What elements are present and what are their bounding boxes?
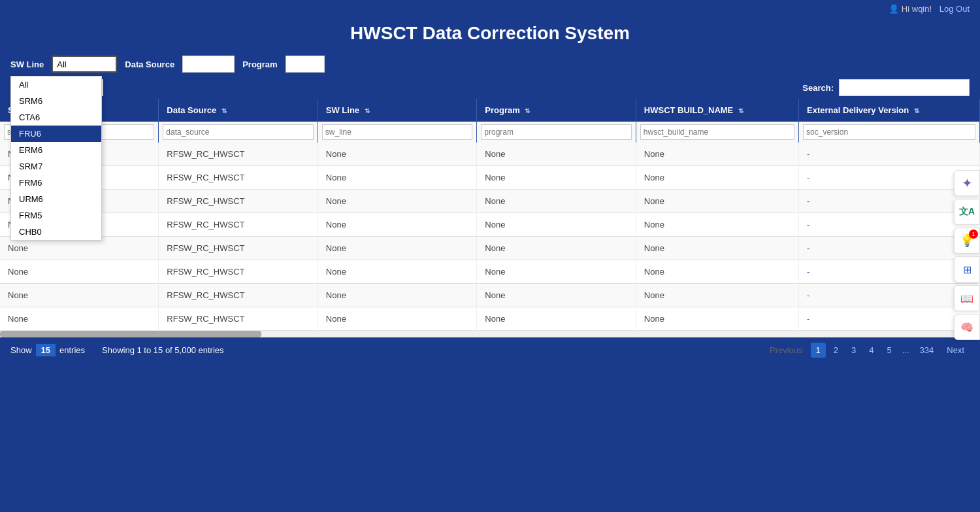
col-header-program[interactable]: Program ⇅ — [477, 99, 636, 122]
dropdown-item[interactable]: CHB0 — [11, 224, 101, 240]
filter-data-source[interactable] — [159, 122, 318, 143]
table-header-row: Start Ti... ⇅ Data Source ⇅ SW Line ⇅ Pr… — [0, 99, 980, 122]
cell-sw-line: None — [318, 213, 477, 237]
cell-data-source: RFSW_RC_HWSCT — [159, 213, 318, 237]
page-4-button[interactable]: 4 — [864, 343, 879, 358]
page-title: HWSCT Data Correction System — [0, 23, 980, 44]
filter-input-sw-line[interactable] — [322, 124, 473, 140]
filter-build-name[interactable] — [636, 122, 798, 143]
cell-program: None — [477, 284, 636, 307]
cell-program: None — [477, 143, 636, 166]
show-entries: Show 15 entries — [10, 344, 85, 356]
table-row: None RFSW_RC_HWSCT None None None - — [0, 284, 980, 307]
dropdown-item[interactable]: FRU6 — [11, 126, 101, 142]
dropdown-item[interactable]: All — [11, 77, 101, 93]
cell-data-source: RFSW_RC_HWSCT — [159, 143, 318, 166]
cell-build-name: None — [636, 166, 798, 190]
filter-input-program[interactable] — [481, 124, 632, 140]
sidebar-tools: ✦ 文A 💡 1 ⊞ 📖 🧠 — [954, 170, 980, 340]
cell-build-name: None — [636, 143, 798, 166]
logout-button[interactable]: Log Out — [939, 4, 970, 14]
page-2-button[interactable]: 2 — [828, 343, 843, 358]
dropdown-item[interactable]: FRM6 — [11, 175, 101, 191]
next-button[interactable]: Next — [941, 343, 970, 358]
cell-start-time: None — [0, 307, 159, 331]
cell-program: None — [477, 307, 636, 331]
footer-bar: Show 15 entries Showing 1 to 15 of 5,000… — [0, 337, 980, 363]
column-filter-row — [0, 122, 980, 143]
cell-data-source: RFSW_RC_HWSCT — [159, 190, 318, 213]
table-row: None RFSW_RC_HWSCT None None None - — [0, 143, 980, 166]
table-row: None RFSW_RC_HWSCT None None None - — [0, 237, 980, 260]
title-bar: HWSCT Data Correction System — [0, 18, 980, 52]
lightbulb-tool-button[interactable]: 💡 1 — [954, 228, 980, 254]
cell-program: None — [477, 166, 636, 190]
filter-bar: SW Line All Data Source All Program All — [0, 52, 980, 77]
cell-ext-delivery: - — [799, 213, 980, 237]
filter-program[interactable] — [477, 122, 636, 143]
show-label: Show — [10, 345, 32, 355]
table-row: None RFSW_RC_HWSCT None None None - — [0, 166, 980, 190]
table-row: None RFSW_RC_HWSCT None None None - — [0, 190, 980, 213]
brain-tool-button[interactable]: 🧠 — [954, 314, 980, 340]
cell-program: None — [477, 237, 636, 260]
cell-program: None — [477, 213, 636, 237]
translate-tool-button[interactable]: 文A — [954, 199, 980, 225]
entries-label: entries — [59, 345, 85, 355]
cell-ext-delivery: - — [799, 237, 980, 260]
table-row: None RFSW_RC_HWSCT None None None - — [0, 307, 980, 331]
dropdown-item[interactable]: CTA6 — [11, 109, 101, 126]
cell-sw-line: None — [318, 237, 477, 260]
cell-program: None — [477, 190, 636, 213]
filter-input-soc-version[interactable] — [803, 124, 975, 140]
table-row: None RFSW_RC_HWSCT None None None - — [0, 213, 980, 237]
cell-build-name: None — [636, 237, 798, 260]
data-source-input[interactable]: All — [182, 56, 235, 73]
sparkle-tool-button[interactable]: ✦ — [954, 170, 980, 196]
cell-sw-line: None — [318, 284, 477, 307]
user-greeting: 👤 Hi wqin! — [889, 4, 934, 14]
filter-input-data-source[interactable] — [163, 124, 314, 140]
translate2-tool-button[interactable]: ⊞ — [954, 256, 980, 282]
cell-build-name: None — [636, 190, 798, 213]
col-header-sw-line[interactable]: SW Line ⇅ — [318, 99, 477, 122]
cell-ext-delivery: - — [799, 260, 980, 284]
dropdown-item[interactable]: SRM7 — [11, 158, 101, 175]
cell-program: None — [477, 260, 636, 284]
cell-build-name: None — [636, 284, 798, 307]
cell-start-time: None — [0, 260, 159, 284]
search-input[interactable] — [839, 79, 970, 96]
page-5-button[interactable]: 5 — [881, 343, 896, 358]
filter-sw-line[interactable] — [318, 122, 477, 143]
pagination: Previous 1 2 3 4 5 ... 334 Next — [764, 343, 970, 358]
cell-sw-line: None — [318, 190, 477, 213]
showing-text: Showing 1 to 15 of 5,000 entries — [102, 345, 223, 355]
dropdown-item[interactable]: FRM5 — [11, 207, 101, 224]
dropdown-item[interactable]: ERM6 — [11, 142, 101, 158]
main-content: Start Ti... ⇅ Data Source ⇅ SW Line ⇅ Pr… — [0, 99, 980, 337]
horizontal-scrollbar[interactable] — [0, 331, 980, 337]
page-334-button[interactable]: 334 — [915, 343, 939, 358]
sw-line-input[interactable]: All — [52, 56, 117, 73]
cell-build-name: None — [636, 260, 798, 284]
data-table: Start Ti... ⇅ Data Source ⇅ SW Line ⇅ Pr… — [0, 99, 980, 331]
table-body: None RFSW_RC_HWSCT None None None - None… — [0, 143, 980, 331]
col-header-ext-delivery[interactable]: External Delivery Version ⇅ — [799, 99, 980, 122]
filter-ext-delivery[interactable] — [799, 122, 980, 143]
col-header-build-name[interactable]: HWSCT BUILD_NAME ⇅ — [636, 99, 798, 122]
cell-build-name: None — [636, 213, 798, 237]
book-tool-button[interactable]: 📖 — [954, 285, 980, 311]
dropdown-item[interactable]: URM6 — [11, 191, 101, 207]
table-wrapper[interactable]: Start Ti... ⇅ Data Source ⇅ SW Line ⇅ Pr… — [0, 99, 980, 331]
cell-ext-delivery: - — [799, 166, 980, 190]
cell-ext-delivery: - — [799, 190, 980, 213]
page-3-button[interactable]: 3 — [846, 343, 861, 358]
program-input[interactable]: All — [286, 56, 325, 73]
previous-button[interactable]: Previous — [764, 343, 808, 358]
table-row: None RFSW_RC_HWSCT None None None - — [0, 260, 980, 284]
filter-input-build-name[interactable] — [640, 124, 794, 140]
dropdown-item[interactable]: SRM6 — [11, 93, 101, 109]
page-1-button[interactable]: 1 — [811, 343, 826, 358]
col-header-data-source[interactable]: Data Source ⇅ — [159, 99, 318, 122]
scrollbar-thumb[interactable] — [0, 331, 261, 337]
